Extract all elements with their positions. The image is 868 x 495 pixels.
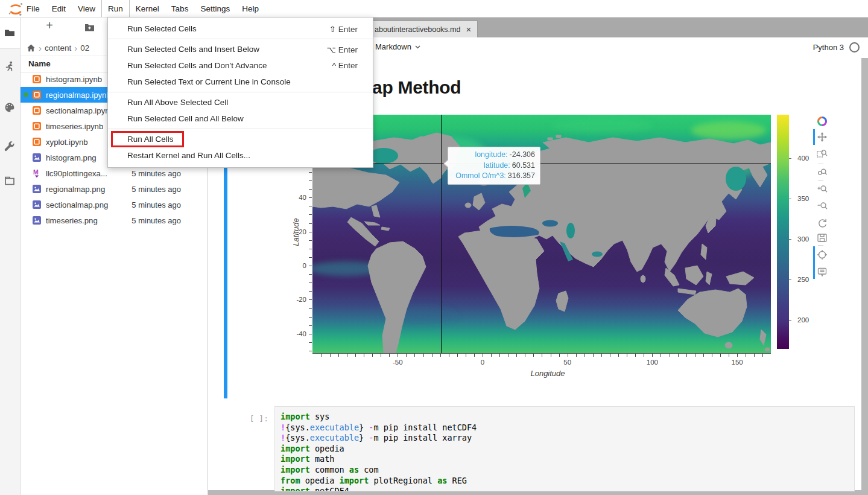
chevron-down-icon bbox=[415, 45, 420, 49]
notebook-file-icon bbox=[32, 121, 42, 131]
menu-help[interactable]: Help bbox=[236, 0, 265, 17]
x-tick-label: -50 bbox=[393, 359, 403, 366]
box-zoom-icon[interactable] bbox=[817, 148, 828, 159]
colorbar-tick-label: 350 bbox=[797, 195, 809, 202]
y-tick-label: -40 bbox=[288, 330, 306, 337]
file-name: timeseries.ipynb bbox=[46, 122, 103, 131]
x-axis-title: Longitude bbox=[524, 369, 572, 378]
breadcrumb: › content › 02 bbox=[27, 40, 89, 56]
new-launcher-button[interactable]: + bbox=[43, 19, 55, 33]
menu-bar: FileEditViewRunKernelTabsSettingsHelp bbox=[0, 0, 868, 18]
plotly-logo-icon[interactable] bbox=[817, 116, 828, 127]
file-modified: 5 minutes ago bbox=[131, 185, 181, 194]
notebook-file-icon bbox=[32, 90, 42, 100]
tooltip-value: 60.531 bbox=[512, 161, 535, 171]
run-menu: Run Selected Cells⇧ EnterRun Selected Ce… bbox=[107, 17, 373, 168]
download-plot-icon[interactable] bbox=[817, 232, 828, 243]
file-modified: 5 minutes ago bbox=[131, 169, 181, 178]
markdown-file-icon: M bbox=[32, 168, 42, 178]
breadcrumb-02[interactable]: 02 bbox=[80, 43, 89, 53]
colorbar-tick-label: 200 bbox=[797, 316, 809, 324]
x-tick-label: 100 bbox=[647, 359, 658, 366]
commands-palette-icon[interactable] bbox=[4, 101, 16, 113]
world-ocean-map bbox=[312, 115, 771, 353]
image-file-icon bbox=[32, 200, 42, 209]
jupyter-logo bbox=[8, 1, 24, 16]
hover-compare-icon[interactable] bbox=[817, 266, 828, 277]
plot-canvas[interactable] bbox=[312, 115, 771, 354]
kernel-indicator[interactable]: Python 3 bbox=[813, 42, 860, 53]
modebar-active-bar bbox=[813, 129, 815, 145]
tooltip-value: -24.306 bbox=[510, 150, 535, 161]
menu-run[interactable]: Run bbox=[101, 0, 130, 17]
tooltip-label: Ommol O/m^3: bbox=[451, 171, 506, 182]
file-modified: 5 minutes ago bbox=[131, 216, 181, 225]
notebook-file-icon bbox=[32, 106, 42, 115]
close-icon[interactable]: × bbox=[466, 24, 471, 34]
notebook-file-icon bbox=[32, 137, 42, 147]
menu-item-restart-kernel-and-run-all-cells[interactable]: Restart Kernel and Run All Cells... bbox=[108, 147, 373, 164]
code-line: !{sys.executable} -m pip install xarray bbox=[280, 433, 854, 444]
hover-closest-icon[interactable] bbox=[817, 249, 828, 260]
code-line: from opedia import plotRegional as REG bbox=[280, 476, 854, 487]
menu-item-run-selected-cells[interactable]: Run Selected Cells⇧ Enter bbox=[108, 21, 373, 37]
menu-kernel[interactable]: Kernel bbox=[130, 0, 165, 17]
file-name: timeseries.png bbox=[46, 216, 98, 225]
new-folder-icon[interactable] bbox=[84, 22, 95, 32]
colorbar-tick-label: 400 bbox=[797, 155, 809, 162]
file-row-sectionalmap-png[interactable]: sectionalmap.png5 minutes ago bbox=[21, 197, 207, 212]
markdown-heading: ap Method bbox=[372, 77, 461, 98]
cell-type-dropdown[interactable]: Markdown bbox=[375, 42, 420, 51]
home-icon[interactable] bbox=[27, 43, 36, 53]
file-name: xyplot.ipynb bbox=[46, 138, 88, 147]
menu-edit[interactable]: Edit bbox=[46, 0, 72, 17]
menu-item-run-selected-text-or-current-line-in-console[interactable]: Run Selected Text or Current Line in Con… bbox=[108, 74, 373, 90]
modebar-active-bar bbox=[813, 246, 815, 279]
zoom-icon[interactable] bbox=[817, 167, 828, 178]
colorbar bbox=[777, 115, 789, 349]
vertical-scrollbar[interactable] bbox=[861, 58, 868, 495]
reset-axes-icon[interactable] bbox=[817, 218, 828, 229]
y-tick-label: -20 bbox=[288, 296, 306, 303]
x-tick-label: 150 bbox=[732, 359, 743, 366]
code-line: !{sys.executable} -m pip install netCDF4 bbox=[280, 423, 854, 433]
file-row-timeseries-png[interactable]: timeseries.png5 minutes ago bbox=[21, 212, 207, 228]
highlight-box bbox=[111, 131, 184, 147]
zoom-in-icon[interactable] bbox=[817, 184, 828, 195]
code-editor[interactable]: import sys!{sys.executable} -m pip insta… bbox=[274, 406, 855, 491]
menu-item-run-all-cells[interactable]: Run All Cells bbox=[108, 131, 373, 147]
menu-item-run-all-above-selected-cell[interactable]: Run All Above Selected Cell bbox=[108, 94, 373, 110]
menu-item-run-selected-cells-and-don-t-advance[interactable]: Run Selected Cells and Don't Advance^ En… bbox=[108, 57, 373, 74]
menu-item-run-selected-cells-and-insert-below[interactable]: Run Selected Cells and Insert Below⌥ Ent… bbox=[108, 41, 373, 57]
zoom-out-icon[interactable] bbox=[817, 201, 828, 212]
file-name: sectionalmap.png bbox=[46, 200, 108, 209]
kernel-status-icon bbox=[849, 42, 860, 53]
tooltip-label: longitude: bbox=[451, 150, 508, 161]
code-line: import opedia bbox=[280, 444, 854, 455]
menu-settings[interactable]: Settings bbox=[194, 0, 236, 17]
menu-view[interactable]: View bbox=[72, 0, 101, 17]
name-column-header[interactable]: Name bbox=[28, 59, 51, 68]
tools-icon[interactable] bbox=[4, 141, 16, 153]
menu-file[interactable]: File bbox=[21, 0, 46, 17]
file-modified: 5 minutes ago bbox=[131, 200, 181, 209]
file-row-regionalmap-png[interactable]: regionalmap.png5 minutes ago bbox=[21, 181, 207, 197]
menu-item-run-selected-cell-and-all-below[interactable]: Run Selected Cell and All Below bbox=[108, 110, 373, 127]
file-name: histogram.png bbox=[46, 153, 97, 162]
y-axis-title: Latitude bbox=[291, 209, 300, 255]
breadcrumb-content[interactable]: content bbox=[45, 43, 71, 53]
file-name: histogram.ipynb bbox=[46, 75, 102, 84]
cell-prompt: [ ]: bbox=[238, 414, 268, 423]
open-tabs-icon[interactable] bbox=[4, 175, 16, 187]
menu-bar-items: FileEditViewRunKernelTabsSettingsHelp bbox=[21, 0, 265, 17]
colorbar-tick-label: 250 bbox=[797, 276, 809, 283]
code-line: import sys bbox=[280, 412, 854, 423]
file-name: regionalmap.png bbox=[46, 185, 105, 194]
tab-title: aboutinteractivebooks.md bbox=[375, 25, 460, 34]
tab-aboutinteractivebooks[interactable]: aboutinteractivebooks.md × bbox=[368, 21, 478, 37]
file-browser-icon[interactable] bbox=[4, 27, 16, 39]
running-sessions-icon[interactable] bbox=[4, 60, 16, 72]
pan-icon[interactable] bbox=[817, 132, 828, 142]
menu-tabs[interactable]: Tabs bbox=[165, 0, 195, 17]
y-tick-label: 0 bbox=[288, 262, 306, 269]
